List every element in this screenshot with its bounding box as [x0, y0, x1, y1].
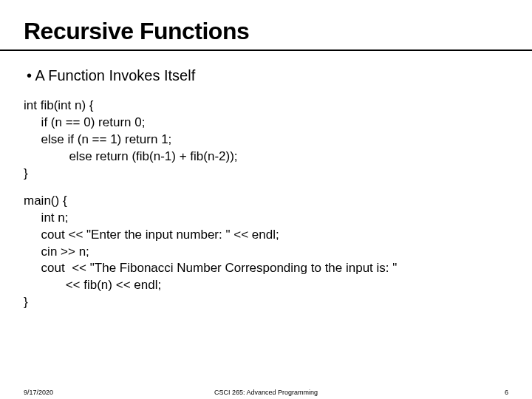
footer-course: CSCI 265: Advanced Programming [0, 389, 532, 396]
code-block-main: main() { int n; cout << "Enter the input… [24, 193, 508, 312]
bullet-subtitle: • A Function Invokes Itself [27, 67, 508, 84]
footer-page-number: 6 [505, 389, 508, 396]
title-underline [0, 50, 532, 51]
spacer [24, 183, 508, 193]
slide-title: Recursive Functions [24, 18, 508, 50]
slide: Recursive Functions • A Function Invokes… [0, 0, 532, 399]
code-block-fib: int fib(int n) { if (n == 0) return 0; e… [24, 98, 508, 183]
